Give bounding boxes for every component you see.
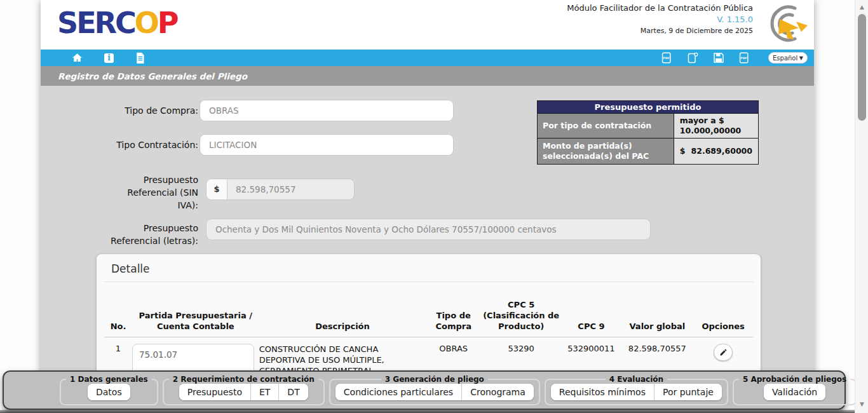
table-header-row: No. Partida Presupuestaria / Cuenta Cont… bbox=[104, 299, 753, 337]
logo-text-red: P bbox=[158, 6, 177, 40]
module-title: Módulo Facilitador de la Contratación Pú… bbox=[567, 3, 753, 13]
edit-button[interactable] bbox=[714, 344, 733, 361]
header-info: Módulo Facilitador de la Contratación Pú… bbox=[567, 3, 753, 35]
col-valor-global: Valor global bbox=[621, 299, 693, 337]
toolbar-right: PDF bbox=[661, 52, 808, 64]
vertical-scrollbar: ▲ ▼ bbox=[855, 0, 868, 413]
group-legend: 1 Datos generales bbox=[66, 375, 152, 384]
cursor-arrow-icon bbox=[778, 19, 808, 39]
pencil-icon bbox=[719, 348, 728, 356]
info-icon[interactable]: i bbox=[104, 53, 114, 63]
date-label: Martes, 9 de Diciembre de 2025 bbox=[567, 27, 753, 35]
app-header: SERCOP Módulo Facilitador de la Contrata… bbox=[41, 0, 814, 50]
et-button[interactable]: ET bbox=[250, 384, 278, 400]
por-puntaje-button[interactable]: Por puntaje bbox=[654, 384, 722, 400]
presupuesto-sin-iva-label: Presupuesto Referencial (SIN IVA): bbox=[123, 173, 198, 212]
group-legend: 4 Evaluación bbox=[606, 375, 667, 384]
svg-text:PDF: PDF bbox=[663, 57, 670, 60]
scroll-up-arrow[interactable]: ▲ bbox=[855, 4, 868, 10]
col-no: No. bbox=[104, 299, 132, 337]
dt-button[interactable]: DT bbox=[278, 384, 308, 400]
col-partida: Partida Presupuestaria / Cuenta Contable bbox=[132, 299, 259, 337]
sercop-logo: SERCOP bbox=[57, 5, 177, 41]
col-descripcion: Descripción bbox=[259, 299, 426, 337]
permitido-row-value: $82.689,60000 bbox=[674, 139, 758, 165]
save-icon[interactable] bbox=[713, 52, 724, 64]
chevron-down-icon: ▼ bbox=[799, 55, 803, 61]
datos-button[interactable]: Datos bbox=[88, 384, 130, 400]
permitido-row-label: Por tipo de contratación bbox=[538, 114, 674, 139]
tipo-contratacion-field[interactable]: LICITACION bbox=[200, 135, 453, 155]
nav-group-evaluacion: 4 Evaluación Requisitos mínimos Por punt… bbox=[545, 375, 728, 405]
toolbar: i PDF bbox=[41, 50, 814, 66]
bottom-edge-strip bbox=[0, 410, 868, 413]
toolbar-left: i bbox=[71, 52, 146, 64]
nav-group-generacion-pliego: 3 Generación de pliego Condiciones parti… bbox=[329, 375, 540, 405]
currency-prefix: $ bbox=[207, 179, 227, 200]
home-icon[interactable] bbox=[71, 52, 83, 64]
presupuesto-permitido-table: Presupuesto permitido Por tipo de contra… bbox=[537, 100, 759, 165]
scroll-down-arrow[interactable]: ▼ bbox=[855, 401, 868, 407]
permitido-row-label: Monto de partida(s) seleccionada(s) del … bbox=[538, 139, 674, 165]
presupuesto-letras-field: Ochenta y Dos Mil Quinientos Noventa y O… bbox=[207, 219, 650, 240]
browser-viewport: SERCOP Módulo Facilitador de la Contrata… bbox=[0, 0, 868, 413]
tipo-compra-field[interactable]: OBRAS bbox=[200, 100, 453, 121]
detalle-title: Detalle bbox=[97, 254, 761, 281]
col-opciones: Opciones bbox=[693, 299, 753, 337]
permitido-row-value: mayor a $ 10.000,00000 bbox=[674, 114, 758, 139]
presupuesto-permitido-title: Presupuesto permitido bbox=[538, 101, 759, 114]
requisitos-minimos-button[interactable]: Requisitos mínimos bbox=[551, 384, 654, 400]
divider bbox=[104, 281, 754, 282]
spiral-cursor-logo bbox=[757, 3, 810, 47]
tipo-contratacion-label: Tipo Contratación: bbox=[66, 139, 198, 151]
nav-group-requerimiento: 2 Requerimiento de contratación Presupue… bbox=[163, 375, 325, 405]
language-selected: Español bbox=[773, 55, 797, 62]
tipo-compra-label: Tipo de Compra: bbox=[66, 104, 198, 117]
presupuesto-letras-label: Presupuesto Referencial (letras): bbox=[109, 222, 198, 247]
currency-symbol: $ bbox=[680, 146, 686, 156]
logo-text-yellow: O bbox=[135, 6, 158, 40]
col-tipo-compra: Tipo de Compra bbox=[426, 299, 480, 337]
version-label: V. 1.15.0 bbox=[567, 15, 753, 24]
document-icon[interactable] bbox=[135, 52, 146, 64]
main-content: Tipo de Compra: OBRAS Tipo Contratación:… bbox=[41, 86, 814, 410]
col-cpc5: CPC 5 (Clasificación de Producto) bbox=[481, 299, 562, 337]
presupuesto-button[interactable]: Presupuesto bbox=[179, 384, 250, 400]
presupuesto-sin-iva-value: 82.598,70557 bbox=[227, 179, 354, 200]
nav-group-aprobacion: 5 Aprobación de pliegos Validación bbox=[733, 375, 857, 405]
cronograma-button[interactable]: Cronograma bbox=[461, 384, 534, 400]
pdf-export-icon[interactable]: PDF bbox=[661, 52, 672, 64]
validacion-button[interactable]: Validación bbox=[764, 384, 825, 400]
pdf-print-icon[interactable]: PDF bbox=[739, 52, 750, 64]
pac-amount: 82.689,60000 bbox=[691, 146, 752, 156]
app-window: SERCOP Módulo Facilitador de la Contrata… bbox=[41, 0, 814, 410]
condiciones-particulares-button[interactable]: Condiciones particulares bbox=[336, 384, 461, 400]
new-document-icon[interactable] bbox=[687, 52, 698, 64]
svg-text:PDF: PDF bbox=[741, 57, 747, 60]
page-title: Registro de Datos Generales del Pliego bbox=[58, 71, 247, 81]
bottom-step-nav: 1 Datos generales Datos 2 Requerimiento … bbox=[3, 370, 846, 410]
scrollbar-thumb[interactable] bbox=[858, 14, 866, 121]
group-legend: 2 Requerimiento de contratación bbox=[169, 375, 318, 384]
language-select[interactable]: Español ▼ bbox=[768, 52, 808, 64]
presupuesto-sin-iva-field: $ 82.598,70557 bbox=[207, 179, 354, 200]
logo-text-blue: SERC bbox=[57, 6, 135, 40]
group-legend: 3 Generación de pliego bbox=[381, 375, 488, 384]
page-title-bar: Registro de Datos Generales del Pliego bbox=[41, 66, 814, 86]
nav-group-datos-generales: 1 Datos generales Datos bbox=[60, 375, 158, 405]
group-legend: 5 Aprobación de pliegos bbox=[739, 375, 850, 384]
col-cpc9: CPC 9 bbox=[561, 299, 621, 337]
